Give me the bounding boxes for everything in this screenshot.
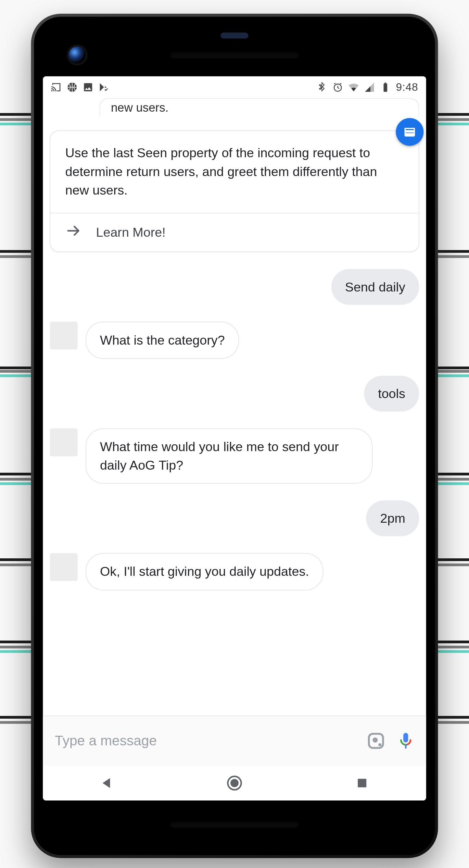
info-card: Use the last Seen property of the incomi… — [50, 131, 419, 252]
cell-icon — [364, 82, 375, 93]
composer — [43, 716, 426, 766]
user-message[interactable]: 2pm — [366, 500, 419, 536]
card-fab-icon[interactable] — [396, 118, 423, 146]
status-bar: 9:48 — [43, 76, 426, 98]
bluetooth-icon — [316, 82, 327, 93]
svg-rect-8 — [358, 779, 367, 787]
assistant-message[interactable]: What is the category? — [86, 322, 239, 359]
assistant-message[interactable]: What time would you like me to send your… — [86, 429, 372, 484]
status-time: 9:48 — [396, 81, 418, 94]
playstore-check-icon — [99, 82, 110, 93]
recent-button[interactable] — [350, 771, 375, 796]
user-message[interactable]: tools — [364, 376, 419, 412]
chat-area[interactable]: new users. Use the last Seen property of… — [43, 98, 426, 716]
chat-row-bot: What time would you like me to send your… — [50, 429, 419, 484]
basketball-icon — [67, 82, 78, 93]
screen: 9:48 new users. Use the last Seen prop — [43, 76, 426, 801]
image-icon — [83, 82, 93, 93]
message-input[interactable] — [54, 732, 356, 749]
mic-icon[interactable] — [396, 731, 415, 750]
svg-point-7 — [230, 779, 239, 787]
chat-row-me: Send daily — [50, 269, 419, 305]
phone-frame: 9:48 new users. Use the last Seen prop — [31, 14, 438, 858]
assistant-avatar — [50, 429, 78, 456]
assistant-message[interactable]: Ok, I'll start giving you daily updates. — [86, 553, 324, 590]
lens-icon[interactable] — [367, 731, 385, 750]
phone-sensor-pill — [220, 33, 248, 38]
home-button[interactable] — [222, 771, 247, 796]
android-nav-bar — [43, 766, 426, 801]
svg-point-5 — [378, 743, 381, 746]
chat-row-bot: What is the category? — [50, 322, 419, 359]
chat-row-bot: Ok, I'll start giving you daily updates. — [50, 553, 419, 590]
battery-icon — [380, 82, 391, 93]
front-camera — [69, 47, 86, 63]
card-learn-more[interactable]: Learn More! — [50, 213, 419, 252]
back-button[interactable] — [94, 771, 119, 796]
user-message[interactable]: Send daily — [331, 269, 419, 305]
top-speaker — [170, 51, 299, 58]
assistant-avatar — [50, 553, 78, 581]
alarm-icon — [332, 82, 343, 93]
card-action-label: Learn More! — [96, 225, 165, 240]
previous-card-tail: new users. — [100, 98, 419, 117]
cast-icon — [51, 82, 62, 93]
assistant-avatar — [50, 322, 78, 350]
arrow-right-icon — [65, 222, 82, 243]
previous-card-text: new users. — [111, 101, 168, 115]
chat-row-me: tools — [50, 376, 419, 412]
card-body-text: Use the last Seen property of the incomi… — [50, 131, 419, 213]
svg-rect-2 — [405, 133, 414, 136]
chat-row-me: 2pm — [50, 500, 419, 536]
bottom-speaker — [170, 821, 299, 828]
svg-point-4 — [372, 737, 378, 743]
wifi-icon — [348, 82, 359, 93]
